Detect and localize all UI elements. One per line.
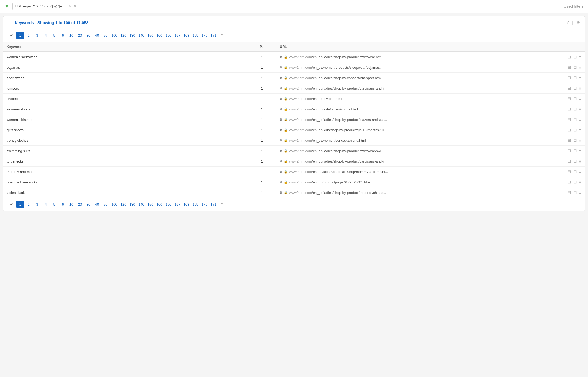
chart-icon[interactable]: ⊡ bbox=[573, 86, 577, 91]
external-link-icon[interactable]: ⧉ bbox=[280, 66, 282, 69]
page-button-130[interactable]: 130 bbox=[128, 32, 136, 39]
page-button-150[interactable]: 150 bbox=[146, 32, 154, 39]
page-button-168[interactable]: 168 bbox=[183, 32, 191, 39]
chart-icon[interactable]: ⊡ bbox=[573, 138, 577, 143]
external-link-icon[interactable]: ⧉ bbox=[280, 118, 282, 121]
url-text[interactable]: www2.hm.com/en_gb/kids/shop-by-product/g… bbox=[289, 128, 387, 132]
chart-icon[interactable]: ⊡ bbox=[573, 96, 577, 101]
page-button-40[interactable]: 40 bbox=[93, 32, 101, 39]
url-text[interactable]: www2.hm.com/en_gb/ladies/shop-by-product… bbox=[289, 55, 382, 59]
list-icon[interactable]: ≡ bbox=[579, 149, 581, 153]
list-icon[interactable]: ≡ bbox=[579, 170, 581, 174]
chart-icon[interactable]: ⊡ bbox=[573, 159, 577, 164]
url-text[interactable]: www2.hm.com/en_gb/ladies/shop-by-product… bbox=[289, 86, 386, 90]
filter-close-icon[interactable]: × bbox=[74, 4, 76, 9]
serp-icon[interactable]: ⊟ bbox=[568, 159, 571, 164]
chart-icon[interactable]: ⊡ bbox=[573, 55, 577, 59]
external-link-icon[interactable]: ⧉ bbox=[280, 180, 282, 184]
page-button-4[interactable]: 4 bbox=[42, 201, 49, 208]
page-button-20[interactable]: 20 bbox=[76, 201, 84, 208]
url-text[interactable]: www2.hm.com/en_gb/productpage.0179393001… bbox=[289, 180, 371, 184]
external-link-icon[interactable]: ⧉ bbox=[280, 159, 282, 163]
serp-icon[interactable]: ⊟ bbox=[568, 190, 571, 195]
page-button-5[interactable]: 5 bbox=[51, 32, 58, 39]
list-icon[interactable]: ≡ bbox=[579, 190, 581, 195]
list-icon[interactable]: ≡ bbox=[579, 180, 581, 184]
page-button-167[interactable]: 167 bbox=[173, 32, 181, 39]
external-link-icon[interactable]: ⧉ bbox=[280, 139, 282, 142]
page-button-3[interactable]: 3 bbox=[33, 201, 41, 208]
list-icon[interactable]: ≡ bbox=[579, 117, 581, 122]
page-button-2[interactable]: 2 bbox=[25, 201, 32, 208]
chart-icon[interactable]: ⊡ bbox=[573, 75, 577, 80]
url-text[interactable]: www2.hm.com/en_gb/ladies/shop-by-product… bbox=[289, 191, 386, 195]
chart-icon[interactable]: ⊡ bbox=[573, 107, 577, 111]
chart-icon[interactable]: ⊡ bbox=[573, 190, 577, 195]
external-link-icon[interactable]: ⧉ bbox=[280, 97, 282, 101]
page-button-30[interactable]: 30 bbox=[85, 32, 92, 39]
chart-icon[interactable]: ⊡ bbox=[573, 180, 577, 184]
list-icon[interactable]: ≡ bbox=[579, 138, 581, 143]
serp-icon[interactable]: ⊟ bbox=[568, 148, 571, 153]
serp-icon[interactable]: ⊟ bbox=[568, 55, 571, 59]
serp-icon[interactable]: ⊟ bbox=[568, 180, 571, 184]
serp-icon[interactable]: ⊟ bbox=[568, 117, 571, 122]
page-button-6[interactable]: 6 bbox=[59, 32, 67, 39]
list-icon[interactable]: ≡ bbox=[579, 76, 581, 80]
url-text[interactable]: www2.hm.com/en_gb/sale/ladies/shorts.htm… bbox=[289, 107, 358, 111]
page-button-166[interactable]: 166 bbox=[164, 32, 172, 39]
serp-icon[interactable]: ⊟ bbox=[568, 65, 571, 70]
page-button-20[interactable]: 20 bbox=[76, 32, 84, 39]
page-button-4[interactable]: 4 bbox=[42, 32, 49, 39]
serp-icon[interactable]: ⊟ bbox=[568, 86, 571, 91]
help-icon[interactable]: ? bbox=[567, 20, 569, 25]
page-button-40[interactable]: 40 bbox=[93, 201, 101, 208]
url-text[interactable]: www2.hm.com/en_us/kids/Seasonal_Shop/mom… bbox=[289, 170, 388, 174]
page-button-167[interactable]: 167 bbox=[173, 201, 181, 208]
page-button-3[interactable]: 3 bbox=[33, 32, 41, 39]
external-link-icon[interactable]: ⧉ bbox=[280, 107, 282, 111]
list-icon[interactable]: ≡ bbox=[579, 159, 581, 164]
page-button-166[interactable]: 166 bbox=[164, 201, 172, 208]
page-button-170[interactable]: 170 bbox=[200, 201, 208, 208]
page-button-10[interactable]: 10 bbox=[68, 201, 75, 208]
url-text[interactable]: www2.hm.com/en_gb/ladies/shop-by-concept… bbox=[289, 76, 381, 80]
next-button[interactable]: » bbox=[218, 32, 226, 39]
serp-icon[interactable]: ⊟ bbox=[568, 107, 571, 111]
page-button-160[interactable]: 160 bbox=[156, 201, 164, 208]
next-button[interactable]: » bbox=[218, 201, 226, 208]
external-link-icon[interactable]: ⧉ bbox=[280, 170, 282, 174]
page-button-140[interactable]: 140 bbox=[137, 32, 145, 39]
url-text[interactable]: www2.hm.com/en_gb/ladies/shop-by-product… bbox=[289, 159, 386, 163]
page-button-130[interactable]: 130 bbox=[128, 201, 136, 208]
page-button-170[interactable]: 170 bbox=[200, 32, 208, 39]
external-link-icon[interactable]: ⧉ bbox=[280, 76, 282, 80]
page-button-150[interactable]: 150 bbox=[146, 201, 154, 208]
serp-icon[interactable]: ⊟ bbox=[568, 169, 571, 174]
page-button-1[interactable]: 1 bbox=[16, 32, 24, 39]
page-button-2[interactable]: 2 bbox=[25, 32, 32, 39]
url-text[interactable]: www2.hm.com/en_gb/ladies/shop-by-product… bbox=[289, 149, 384, 153]
page-button-171[interactable]: 171 bbox=[210, 32, 218, 39]
page-button-169[interactable]: 169 bbox=[191, 32, 199, 39]
page-button-120[interactable]: 120 bbox=[119, 201, 127, 208]
chart-icon[interactable]: ⊡ bbox=[573, 65, 577, 70]
page-button-171[interactable]: 171 bbox=[210, 201, 218, 208]
settings-icon[interactable]: ⚙ bbox=[577, 20, 580, 25]
url-text[interactable]: www2.hm.com/en_us/women/concepts/trend.h… bbox=[289, 139, 366, 143]
list-icon[interactable]: ≡ bbox=[579, 55, 581, 59]
list-icon[interactable]: ≡ bbox=[579, 97, 581, 101]
chart-icon[interactable]: ⊡ bbox=[573, 117, 577, 122]
list-icon[interactable]: ≡ bbox=[579, 65, 581, 70]
page-button-140[interactable]: 140 bbox=[137, 201, 145, 208]
page-button-168[interactable]: 168 bbox=[183, 201, 191, 208]
chart-icon[interactable]: ⊡ bbox=[573, 169, 577, 174]
list-icon[interactable]: ≡ bbox=[579, 86, 581, 91]
url-text[interactable]: www2.hm.com/en_gb/divided.html bbox=[289, 97, 342, 101]
page-button-100[interactable]: 100 bbox=[110, 32, 118, 39]
page-button-5[interactable]: 5 bbox=[51, 201, 58, 208]
page-button-50[interactable]: 50 bbox=[102, 32, 109, 39]
page-button-50[interactable]: 50 bbox=[102, 201, 109, 208]
list-icon[interactable]: ≡ bbox=[579, 128, 581, 132]
url-text[interactable]: www2.hm.com/en_gb/ladies/shop-by-product… bbox=[289, 118, 387, 122]
